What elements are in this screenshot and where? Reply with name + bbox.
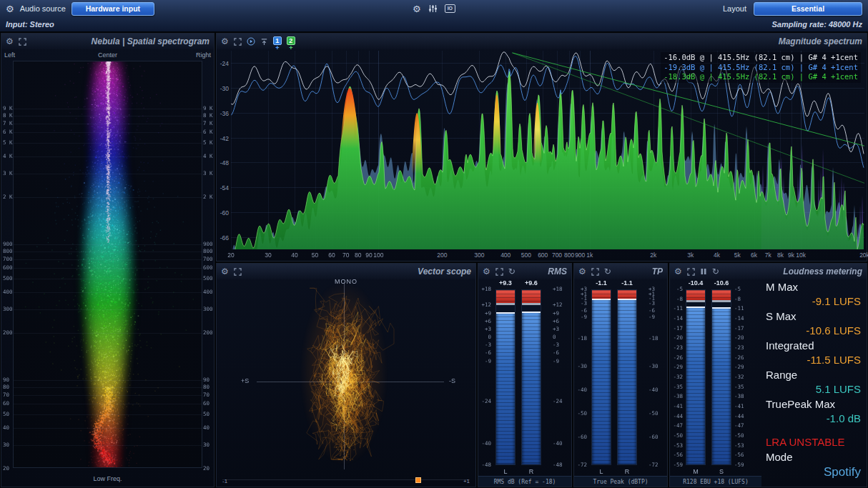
meter-bar-R	[521, 289, 541, 465]
true-peak-meter-panel: ⚙ ↻ TP +3+3+1+1-1-1-3-3-6-6-9-9-18-18-30…	[573, 263, 668, 487]
tp-reset-icon[interactable]: ↻	[604, 267, 611, 276]
meter-fill	[522, 312, 541, 464]
tp-meter-body: +3+3+1+1-1-1-3-3-6-6-9-9-18-18-30-30-40-…	[574, 279, 667, 475]
nebula-channel-labels: Left Center Right	[13, 51, 202, 60]
nebula-freq-tick: 6 K	[3, 129, 13, 135]
essential-preset-button[interactable]: Essential	[754, 2, 862, 16]
meter-tick-label: +6	[553, 319, 570, 324]
nebula-freq-tick: 600	[3, 264, 13, 271]
nebula-grid-line	[14, 445, 202, 446]
meter-tick-label: -9	[574, 314, 587, 320]
vector-settings-gear-icon[interactable]: ⚙	[221, 267, 229, 276]
rms-settings-gear-icon[interactable]: ⚙	[483, 267, 490, 276]
audio-source-gear-icon[interactable]: ⚙	[6, 4, 14, 14]
tp-fullscreen-icon[interactable]	[591, 268, 599, 276]
nebula-grid-line	[14, 132, 202, 133]
meter-tick-label: -38	[670, 394, 683, 399]
rms-fullscreen-icon[interactable]	[495, 268, 503, 276]
nebula-header: ⚙ Nebula | Spatial spectrogram	[1, 34, 214, 49]
settings-gear-icon[interactable]: ⚙	[413, 4, 421, 14]
loudness-settings-gear-icon[interactable]: ⚙	[674, 267, 682, 276]
spectrum-freq-tick: 1k	[586, 252, 593, 259]
nebula-freq-tick: 30	[203, 442, 209, 448]
spectrum-peak-hold-icon[interactable]	[260, 38, 268, 46]
io-routing-icon[interactable]: IO	[445, 4, 455, 13]
nebula-grid-line	[14, 428, 202, 429]
rms-header: ⚙ ↻ RMS	[478, 264, 571, 279]
spectrum-freq-tick: 900	[575, 252, 585, 259]
meter-fill	[618, 299, 636, 464]
loudness-footer: R128 EBU +18 (LUFS)	[670, 476, 761, 487]
nebula-fullscreen-icon[interactable]	[19, 38, 26, 46]
spectrum-freq-tick: 90	[365, 252, 372, 259]
meter-tick-label: -5	[670, 287, 683, 292]
loudness-mode-value[interactable]: Spotify	[766, 465, 861, 479]
meter-red-zone	[496, 290, 515, 303]
nebula-freq-tick: 20	[3, 465, 9, 472]
loudness-reset-icon[interactable]: ↻	[712, 267, 719, 276]
meter-tick-label: -3	[478, 342, 491, 348]
nebula-left-label: Left	[4, 51, 15, 59]
meter-tick-label: -50	[648, 411, 666, 417]
curve-1-badge[interactable]: 1 +	[273, 36, 282, 51]
rms-reset-icon[interactable]: ↻	[508, 267, 516, 276]
nebula-freq-tick: 900	[203, 241, 213, 247]
meter-peak-hold-line	[686, 307, 705, 308]
meter-tick-label: -50	[574, 411, 587, 417]
loudness-pause-icon[interactable]	[700, 268, 707, 275]
minus-s-label: -S	[449, 377, 455, 384]
nebula-grid-line	[14, 244, 202, 245]
meter-bar-L	[591, 289, 611, 465]
spectrum-db-tick: -60	[217, 209, 229, 216]
meter-fill	[712, 308, 731, 464]
meter-tick-label: -59	[734, 462, 751, 468]
meter-tick-label: -38	[734, 394, 751, 399]
toolbar-center-group: ⚙ IO	[413, 4, 455, 14]
meter-peak-value: -1.1	[611, 279, 643, 287]
nebula-freq-tick: 40	[203, 424, 209, 431]
nebula-settings-gear-icon[interactable]: ⚙	[6, 37, 14, 46]
curve-2-badge[interactable]: 2 +	[287, 36, 295, 51]
hardware-input-button[interactable]: Hardware input	[71, 2, 154, 16]
meter-tick-label: -20	[670, 335, 683, 341]
nebula-freq-tick: 2 K	[3, 194, 13, 200]
meter-tick-label: +18	[478, 287, 491, 292]
spectrum-db-tick: -48	[217, 159, 229, 166]
nebula-freq-tick: 300	[3, 306, 13, 312]
meter-tick-label: -9	[478, 359, 491, 364]
meter-tick-label: -56	[670, 452, 683, 458]
layout-label[interactable]: Layout	[723, 4, 746, 13]
meter-fill	[496, 313, 515, 464]
nebula-grid-line	[14, 309, 202, 310]
spectrum-readout-line: -16.0dB @ | 415.5Hz (82.1 cm) | G# 4 +1c…	[664, 53, 858, 63]
loudness-fullscreen-icon[interactable]	[687, 268, 695, 276]
spectrum-fullscreen-icon[interactable]	[234, 38, 242, 46]
info-row: Input: Stereo Sampling rate: 48000 Hz	[0, 17, 868, 31]
correlation-marker	[415, 477, 421, 483]
tp-scale-area: +3+3+1+1-1-1-3-3-6-6-9-9-18-18-30-30-40-…	[574, 289, 667, 465]
mixer-sliders-icon[interactable]	[428, 4, 438, 13]
meter-tick-label: -9	[648, 314, 666, 320]
nebula-title: Nebula | Spatial spectrogram	[92, 36, 209, 46]
spectrum-play-pause-icon[interactable]	[247, 37, 255, 46]
meter-tick-label: -47	[734, 423, 751, 429]
spectrum-settings-gear-icon[interactable]: ⚙	[221, 37, 229, 46]
meter-tick-label: -6	[478, 350, 491, 356]
meter-tick-label: -8	[734, 297, 751, 302]
rms-meter-panel: ⚙ ↻ RMS +18+18+12+12+9+9+6+6+3+300-3-3-6…	[478, 263, 572, 487]
tp-title: TP	[652, 267, 663, 277]
nebula-spectrogram-canvas	[14, 61, 202, 467]
meter-zone-divider	[496, 303, 515, 305]
input-stereo-label: Input: Stereo	[6, 20, 54, 29]
nebula-freq-tick: 60	[203, 400, 209, 407]
tp-settings-gear-icon[interactable]: ⚙	[578, 267, 586, 276]
correlation-min-label: -1	[222, 478, 227, 484]
loudness-stat-label: S Max	[766, 310, 861, 324]
spectrum-readout-line: -18.3dB @ | 415.5Hz (82.1 cm) | G# 4 +1c…	[664, 72, 858, 82]
spectrum-freq-tick: 30	[265, 252, 271, 259]
analyzer-app-window: ⚙ Audio source Hardware input ⚙ IO Layou…	[0, 0, 868, 488]
meter-tick-label: -56	[734, 452, 751, 458]
spectrum-freq-tick: 4k	[714, 252, 720, 259]
nebula-freq-tick: 20	[203, 465, 209, 472]
vector-fullscreen-icon[interactable]	[234, 268, 242, 276]
